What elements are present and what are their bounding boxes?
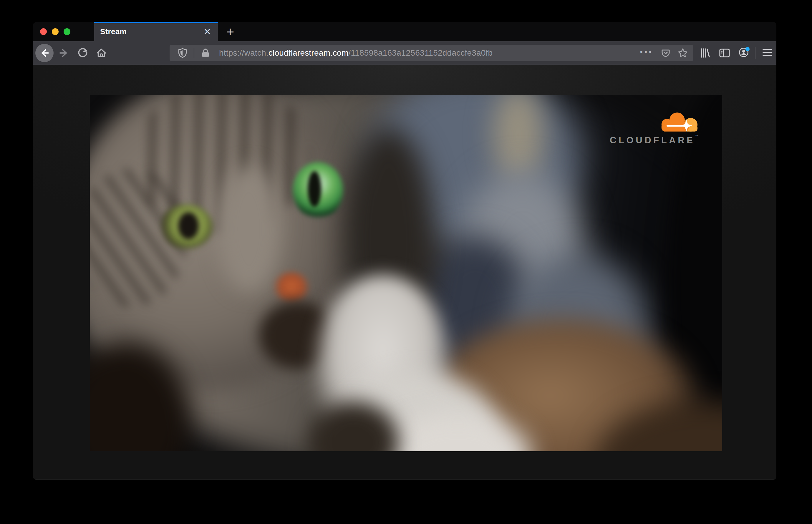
hamburger-menu-icon	[762, 48, 772, 58]
account-button[interactable]	[737, 47, 750, 60]
video-vignette	[90, 95, 722, 451]
home-icon	[96, 47, 107, 59]
minimize-window-button[interactable]	[52, 28, 59, 35]
reload-icon	[78, 48, 88, 58]
url-scheme-subdomain: https://watch.	[219, 48, 269, 58]
page-content: CLOUDFLARE™	[33, 65, 776, 479]
forward-arrow-icon	[59, 48, 69, 58]
url-path: /118598a163a125631152ddaccfe3a0fb	[348, 48, 492, 58]
tracking-protection-shield-icon[interactable]	[176, 47, 189, 60]
active-tab-indicator	[94, 22, 218, 23]
back-arrow-icon	[39, 48, 50, 58]
tab-close-icon[interactable]: ✕	[201, 25, 214, 38]
page-actions: •••	[640, 47, 689, 60]
video-player[interactable]: CLOUDFLARE™	[90, 95, 722, 451]
forward-button[interactable]	[58, 47, 70, 60]
tab-bar: Stream ✕ +	[33, 22, 776, 41]
window-controls	[40, 22, 70, 41]
account-notification-dot	[745, 47, 750, 51]
tab-stream[interactable]: Stream ✕	[94, 22, 218, 41]
home-button[interactable]	[95, 47, 108, 60]
toolbar-separator	[755, 47, 756, 59]
toolbar-right-cluster	[693, 47, 774, 60]
browser-window: Stream ✕ +	[33, 22, 776, 480]
url-domain: cloudflarestream.com	[269, 48, 348, 58]
back-button[interactable]	[35, 44, 53, 62]
address-bar[interactable]: https://watch.cloudflarestream.com/11859…	[169, 45, 693, 61]
new-tab-button[interactable]: +	[219, 22, 241, 41]
pocket-save-icon[interactable]	[659, 47, 672, 60]
menu-button[interactable]	[761, 47, 774, 60]
tab-title: Stream	[100, 27, 201, 36]
bookmark-star-icon[interactable]	[676, 47, 689, 60]
navigation-toolbar: https://watch.cloudflarestream.com/11859…	[33, 41, 776, 65]
cloudflare-cloud-icon	[655, 110, 703, 133]
https-lock-icon[interactable]	[199, 47, 212, 60]
cloudflare-logo-text: CLOUDFLARE™	[608, 135, 708, 146]
library-icon[interactable]	[699, 47, 712, 60]
zoom-window-button[interactable]	[64, 28, 70, 35]
cloudflare-watermark: CLOUDFLARE™	[608, 110, 708, 146]
url-text[interactable]: https://watch.cloudflarestream.com/11859…	[219, 48, 640, 58]
close-window-button[interactable]	[40, 28, 47, 35]
address-bar-separator	[194, 48, 194, 58]
reload-button[interactable]	[76, 47, 89, 60]
sidebar-icon[interactable]	[718, 47, 731, 60]
page-actions-dots-icon[interactable]: •••	[640, 47, 655, 59]
trademark-symbol: ™	[695, 134, 699, 138]
